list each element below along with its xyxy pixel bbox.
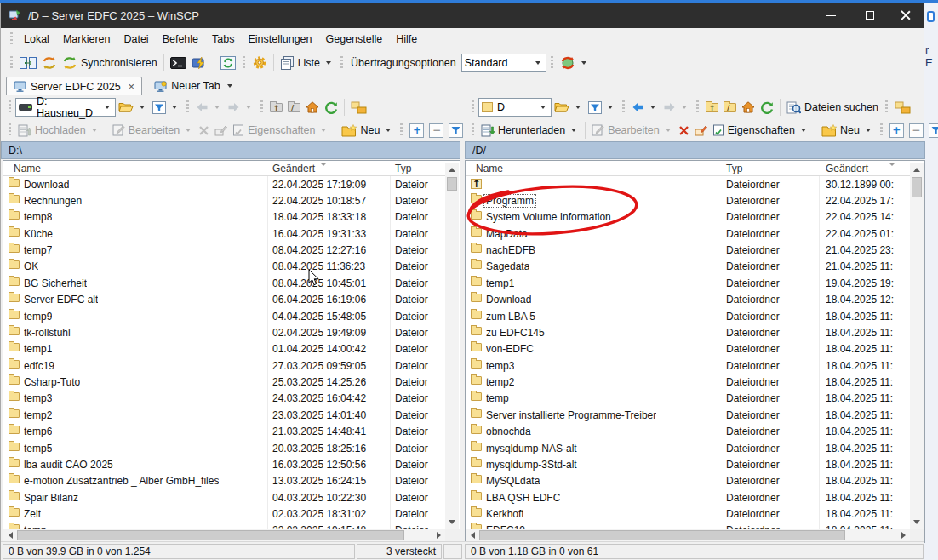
file-row[interactable]: MySQLdataDateiordner18.04.2025 11:	[466, 473, 910, 489]
toolbar-grip[interactable]	[880, 123, 883, 137]
file-row[interactable]: e-motion Zusatzantrieb _ Alber GmbH_file…	[3, 473, 445, 489]
toolbar-grip[interactable]	[340, 56, 343, 70]
scrollbar-thumb[interactable]	[912, 177, 922, 197]
left-horizontal-scrollbar[interactable]	[3, 529, 445, 542]
right-home-button[interactable]	[739, 97, 758, 117]
menu-gegenstelle[interactable]: Gegenstelle	[319, 31, 390, 48]
right-root-directory-button[interactable]: /	[721, 97, 739, 117]
scroll-down-arrow[interactable]	[445, 515, 459, 529]
file-row[interactable]: Zeit02.03.2025 18:31:02Dateior	[3, 506, 445, 523]
toolbar-grip[interactable]	[885, 100, 888, 114]
left-home-button[interactable]	[303, 97, 322, 117]
tab-server-edfc-2025[interactable]: Server EDFC 2025 ×	[6, 77, 142, 95]
file-row[interactable]: KerkhoffDateiordner18.04.2025 11:	[466, 506, 910, 523]
file-row[interactable]: lba audit CAO 202516.03.2025 12:50:56Dat…	[3, 456, 445, 472]
synchronization-options-button[interactable]	[558, 53, 592, 73]
right-select-button[interactable]: +	[887, 120, 907, 140]
left-open-directory-button[interactable]	[116, 97, 150, 117]
file-row[interactable]: OK08.04.2025 11:36:23Dateior	[3, 259, 445, 275]
open-terminal-button[interactable]	[168, 53, 189, 73]
synchronize-browsing-button[interactable]	[39, 53, 60, 73]
left-properties-button[interactable]: Eigenschaften	[230, 120, 331, 140]
right-refresh-button[interactable]	[758, 97, 776, 117]
file-row[interactable]: temp324.03.2025 16:04:42Dateior	[3, 391, 445, 407]
scroll-down-arrow[interactable]	[910, 515, 924, 529]
refresh-panels-button[interactable]	[218, 53, 238, 73]
column-header-type[interactable]: Typ	[395, 163, 411, 174]
right-forward-button[interactable]	[661, 97, 692, 117]
file-row[interactable]: LBA QSH EDFCDateiordner18.04.2025 11:	[466, 489, 910, 506]
file-row[interactable]: obnochdaDateiordner18.04.2025 11:	[466, 424, 910, 440]
maximize-button[interactable]	[850, 3, 889, 28]
tab-close-icon[interactable]: ×	[125, 80, 135, 93]
menu-markieren[interactable]: Markieren	[56, 31, 117, 48]
left-delete-button[interactable]	[196, 120, 212, 140]
add-to-queue-button[interactable]	[189, 53, 210, 73]
right-horizontal-scrollbar[interactable]	[466, 529, 910, 542]
left-tree-toggle-button[interactable]	[348, 97, 369, 117]
menu-einstellungen[interactable]: Einstellungen	[241, 31, 318, 48]
file-row[interactable]: tk-rollstuhl02.04.2025 19:49:09Dateior	[3, 324, 445, 340]
file-row[interactable]: zu EDFC145Dateiordner18.04.2025 11:	[466, 324, 910, 340]
right-filter-button[interactable]	[586, 97, 618, 117]
right-delete-button[interactable]	[676, 120, 692, 140]
toolbar-grip[interactable]	[260, 100, 263, 114]
right-vertical-scrollbar[interactable]	[910, 163, 924, 529]
scroll-left-arrow[interactable]	[3, 529, 17, 542]
file-row[interactable]: temp2Dateiordner18.04.2025 11:	[466, 374, 910, 391]
right-parent-directory-button[interactable]: ↑	[703, 97, 721, 117]
file-row[interactable]: edfc1927.03.2025 09:59:05Dateior	[3, 357, 445, 374]
file-row[interactable]: von-EDFCDateiordner18.04.2025 11:	[466, 341, 910, 357]
left-path-bar[interactable]: D:\	[1, 141, 460, 159]
left-refresh-button[interactable]	[322, 97, 340, 117]
file-row[interactable]: temp818.04.2025 18:33:18Dateior	[3, 209, 445, 226]
file-row[interactable]: BG Sicherheit08.04.2025 10:45:01Dateior	[3, 275, 445, 291]
left-unselect-button[interactable]: −	[426, 120, 446, 140]
download-button[interactable]: Herunterladen	[478, 120, 581, 140]
file-row[interactable]: temp621.03.2025 14:48:41Dateior	[3, 424, 445, 440]
synchronize-button[interactable]: Synchronisieren	[60, 53, 160, 73]
column-header-modified[interactable]: Geändert	[272, 163, 315, 174]
file-row[interactable]: Server installierte Programme-TreiberDat…	[466, 407, 910, 423]
file-row[interactable]: tempDateiordner18.04.2025 11:	[466, 391, 910, 407]
file-row[interactable]: System Volume InformationDateiordner22.0…	[466, 209, 910, 226]
menu-lokal[interactable]: Lokal	[17, 31, 56, 48]
left-new-button[interactable]: Neu	[339, 120, 396, 140]
file-row[interactable]: temp904.04.2025 15:48:05Dateior	[3, 308, 445, 324]
right-edit-button[interactable]: Bearbeiten	[589, 120, 675, 140]
right-path-bar[interactable]: /D/	[465, 141, 925, 159]
file-row[interactable]: SagedataDateiordner21.04.2025 11:	[466, 259, 910, 275]
scroll-right-arrow[interactable]	[896, 529, 910, 542]
toolbar-grip[interactable]	[472, 100, 474, 114]
right-back-button[interactable]	[629, 97, 661, 117]
toolbar-grip[interactable]	[10, 56, 13, 70]
file-row[interactable]: temp223.03.2025 14:01:40Dateior	[3, 407, 445, 423]
find-files-button[interactable]: Dateien suchen	[784, 97, 881, 117]
toolbar-grip[interactable]	[243, 56, 245, 70]
file-row[interactable]: temp3Dateiordner18.04.2025 11:	[466, 357, 910, 374]
file-row[interactable]: mysqldump-3Std-altDateiordner18.04.2025 …	[466, 456, 910, 472]
toolbar-grip[interactable]	[10, 32, 13, 46]
scroll-left-arrow[interactable]	[466, 529, 479, 542]
file-row[interactable]: temp101.04.2025 14:00:42Dateior	[3, 341, 445, 357]
file-row[interactable]: mysqldump-NAS-altDateiordner18.04.2025 1…	[466, 440, 910, 456]
left-back-button[interactable]	[193, 97, 225, 117]
file-row[interactable]: Rechnungen22.04.2025 10:18:57Dateior	[3, 192, 445, 209]
menu-tabs[interactable]: Tabs	[205, 31, 241, 48]
minimize-button[interactable]	[812, 3, 850, 28]
column-header-type[interactable]: Typ	[726, 163, 742, 174]
toolbar-grip[interactable]	[9, 123, 11, 137]
toolbar-grip[interactable]	[622, 100, 625, 114]
left-vertical-scrollbar[interactable]	[445, 163, 459, 529]
close-button[interactable]	[886, 3, 924, 28]
scroll-up-arrow[interactable]	[910, 163, 924, 176]
column-header-modified[interactable]: Geändert	[826, 163, 868, 174]
file-row[interactable]: Spair Bilanz04.03.2025 10:22:30Dateior	[3, 489, 445, 506]
file-row[interactable]: Csharp-Tuto25.03.2025 14:25:26Dateior	[3, 374, 445, 391]
right-drive-combobox[interactable]: D	[478, 98, 552, 117]
left-forward-button[interactable]	[225, 97, 256, 117]
preferences-button[interactable]	[249, 53, 270, 73]
toolbar-grip[interactable]	[186, 100, 189, 114]
transfer-preset-combobox[interactable]: Standard	[461, 54, 546, 72]
file-row[interactable]: temp520.03.2025 18:25:16Dateior	[3, 440, 445, 456]
